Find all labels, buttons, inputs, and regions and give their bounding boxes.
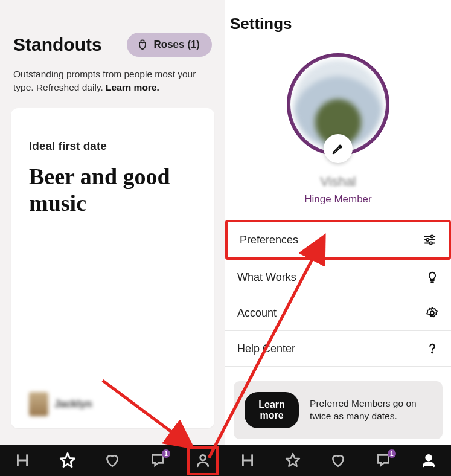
svg-point-7 — [430, 242, 432, 244]
edit-profile-button[interactable] — [324, 134, 353, 163]
card-user: Jacklyn — [29, 392, 92, 416]
pencil-icon — [331, 142, 345, 155]
standouts-screen: Standouts Roses (1) Outstanding prompts … — [0, 0, 225, 476]
settings-screen: Settings Vishal Hinge Member Preferences… — [225, 0, 451, 476]
svg-marker-10 — [286, 454, 299, 466]
chat-badge: 1 — [162, 449, 170, 458]
hinge-logo-icon[interactable] — [235, 448, 260, 472]
standouts-subtitle: Outstanding prompts from people most you… — [0, 57, 225, 94]
profile-icon[interactable] — [417, 448, 441, 472]
roses-button[interactable]: Roses (1) — [127, 33, 212, 57]
menu-label: Help Center — [237, 343, 295, 355]
prompt-answer: Beer and good music — [29, 164, 196, 216]
avatar-ring[interactable] — [287, 53, 389, 156]
roses-label: Roses (1) — [153, 39, 200, 51]
profile-block: Vishal Hinge Member — [225, 42, 451, 205]
settings-title: Settings — [225, 0, 451, 42]
subtitle-text: Outstanding prompts from people most you… — [13, 69, 196, 92]
prompt-card[interactable]: Ideal first date Beer and good music Jac… — [11, 108, 214, 428]
menu-help-center[interactable]: Help Center — [225, 331, 451, 367]
learn-more-button[interactable]: Learn more — [245, 392, 299, 428]
learn-more-link[interactable]: Learn more. — [106, 82, 159, 92]
bottom-nav-right: 1 — [225, 445, 451, 476]
menu-label: What Works — [237, 271, 296, 284]
profile-name: Vishal — [320, 174, 356, 190]
menu-account[interactable]: Account — [225, 295, 451, 331]
settings-menu: Preferences What Works Account Help Cent… — [225, 220, 451, 367]
bottom-nav-left: 1 — [0, 445, 225, 476]
svg-point-5 — [426, 239, 429, 241]
rose-icon — [136, 39, 149, 51]
menu-label: Preferences — [240, 234, 298, 246]
menu-label: Account — [237, 307, 277, 320]
profile-icon[interactable] — [191, 448, 215, 472]
card-user-name: Jacklyn — [54, 398, 92, 410]
promo-card: Learn more Preferred Members go on twice… — [234, 381, 443, 439]
prompt-label: Ideal first date — [29, 140, 196, 153]
chat-icon[interactable]: 1 — [371, 448, 395, 472]
avatar — [29, 392, 48, 416]
lightbulb-icon — [426, 271, 439, 284]
menu-what-works[interactable]: What Works — [225, 260, 451, 295]
svg-point-9 — [432, 352, 433, 353]
hinge-logo-icon[interactable] — [10, 448, 34, 472]
svg-marker-0 — [60, 453, 74, 466]
star-icon[interactable] — [281, 448, 305, 472]
gear-icon — [426, 306, 439, 320]
menu-preferences[interactable]: Preferences — [225, 220, 451, 260]
svg-point-3 — [431, 235, 433, 237]
member-label: Hinge Member — [304, 193, 372, 205]
standouts-header: Standouts Roses (1) — [0, 0, 225, 57]
question-icon — [426, 342, 439, 355]
heart-icon[interactable] — [100, 448, 124, 472]
promo-text: Preferred Members go on twice as many da… — [310, 397, 432, 423]
svg-point-8 — [430, 311, 434, 315]
standouts-title: Standouts — [13, 34, 102, 55]
sliders-icon — [423, 233, 437, 246]
star-icon[interactable] — [56, 448, 80, 472]
chat-badge: 1 — [388, 449, 396, 458]
heart-icon[interactable] — [326, 448, 350, 472]
chat-icon[interactable]: 1 — [146, 448, 170, 472]
svg-point-1 — [200, 455, 205, 460]
svg-point-11 — [426, 455, 431, 460]
